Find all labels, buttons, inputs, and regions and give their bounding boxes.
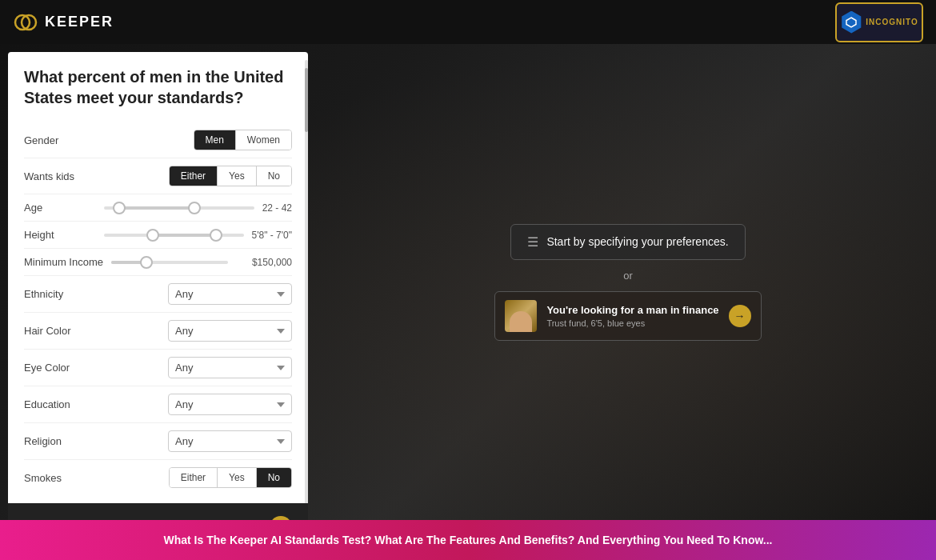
wants-kids-label: Wants kids xyxy=(24,170,96,182)
form-inner: What percent of men in the United States… xyxy=(8,52,308,503)
scrollbar-track[interactable] xyxy=(305,60,308,503)
keeper-logo-icon xyxy=(13,10,38,35)
incognito-text: INCOGNITO xyxy=(866,18,918,26)
age-slider-track[interactable] xyxy=(104,206,254,210)
age-slider-thumb-max[interactable] xyxy=(188,202,201,214)
bottom-banner: What Is The Keeper AI Standards Test? Wh… xyxy=(0,520,936,560)
incognito-badge: INCOGNITO xyxy=(835,2,923,42)
hair-color-label: Hair Color xyxy=(24,325,96,337)
suggestion-arrow-icon: → xyxy=(729,305,751,327)
suggestion-avatar xyxy=(505,300,537,332)
smokes-either-btn[interactable]: Either xyxy=(170,468,217,487)
suggestion-sub: Trust fund, 6'5, blue eyes xyxy=(546,318,718,328)
min-income-value: $150,000 xyxy=(236,257,292,268)
smokes-no-btn[interactable]: No xyxy=(256,468,291,487)
height-slider-thumb-max[interactable] xyxy=(210,229,222,242)
education-select[interactable]: Any xyxy=(168,394,292,415)
eye-color-select[interactable]: Any xyxy=(168,357,292,378)
logo-text: KEEPER xyxy=(45,14,114,30)
gender-row: Gender Men Women xyxy=(24,122,292,158)
age-label: Age xyxy=(24,202,96,214)
header: KEEPER INCOGNITO xyxy=(0,0,936,44)
scrollbar-thumb[interactable] xyxy=(305,68,308,132)
suggestion-text-area: You're looking for a man in finance Trus… xyxy=(546,304,718,328)
gender-toggle[interactable]: Men Women xyxy=(194,130,292,150)
wants-kids-toggle[interactable]: Either Yes No xyxy=(169,166,292,186)
ethnicity-select[interactable]: Any xyxy=(168,283,292,305)
smokes-row: Smokes Either Yes No xyxy=(24,460,292,495)
avatar-face xyxy=(510,311,532,332)
ethnicity-row: Ethnicity Any xyxy=(24,276,292,313)
ethnicity-label: Ethnicity xyxy=(24,288,96,300)
min-income-row: Minimum Income $150,000 xyxy=(24,249,292,276)
wants-kids-yes-btn[interactable]: Yes xyxy=(217,166,256,186)
bottom-banner-text: What Is The Keeper AI Standards Test? Wh… xyxy=(163,534,772,546)
age-value: 22 - 42 xyxy=(262,202,292,214)
or-text: or xyxy=(623,270,633,282)
incognito-inner-icon xyxy=(846,17,857,28)
wants-kids-either-btn[interactable]: Either xyxy=(170,166,217,186)
form-card: What percent of men in the United States… xyxy=(8,52,308,560)
eye-color-row: Eye Color Any xyxy=(24,350,292,386)
svg-marker-2 xyxy=(846,18,856,27)
min-income-slider-thumb[interactable] xyxy=(140,256,153,269)
education-row: Education Any xyxy=(24,386,292,423)
preferences-icon: ☰ xyxy=(527,234,538,250)
gender-men-btn[interactable]: Men xyxy=(194,130,235,150)
height-slider-track[interactable] xyxy=(104,234,244,237)
hair-color-row: Hair Color Any xyxy=(24,313,292,350)
religion-select[interactable]: Any xyxy=(168,430,292,452)
form-title: What percent of men in the United States… xyxy=(24,66,292,108)
education-label: Education xyxy=(24,398,96,410)
suggestion-title: You're looking for a man in finance xyxy=(546,304,718,316)
gender-label: Gender xyxy=(24,134,96,146)
religion-label: Religion xyxy=(24,435,96,447)
age-slider-thumb-min[interactable] xyxy=(113,202,126,214)
preferences-button[interactable]: ☰ Start by specifying your preferences. xyxy=(510,224,745,260)
smokes-toggle[interactable]: Either Yes No xyxy=(169,467,292,488)
age-slider-fill xyxy=(119,206,194,210)
preferences-label: Start by specifying your preferences. xyxy=(546,235,728,248)
eye-color-label: Eye Color xyxy=(24,362,96,374)
smokes-label: Smokes xyxy=(24,472,96,484)
min-income-label: Minimum Income xyxy=(24,256,103,268)
hair-color-select[interactable]: Any xyxy=(168,320,292,342)
height-value: 5'8" - 7'0" xyxy=(252,230,292,241)
logo-area: KEEPER xyxy=(13,10,114,35)
incognito-hex-icon xyxy=(840,11,862,34)
height-slider-thumb-min[interactable] xyxy=(146,229,159,242)
age-row: Age 22 - 42 xyxy=(24,194,292,222)
smokes-yes-btn[interactable]: Yes xyxy=(217,468,256,487)
min-income-slider-track[interactable] xyxy=(111,261,228,264)
height-slider-fill xyxy=(153,234,216,237)
gender-women-btn[interactable]: Women xyxy=(235,130,291,150)
right-panel: ☰ Start by specifying your preferences. … xyxy=(320,44,936,520)
suggestion-card[interactable]: You're looking for a man in finance Trus… xyxy=(494,291,761,341)
religion-row: Religion Any xyxy=(24,423,292,460)
height-row: Height 5'8" - 7'0" xyxy=(24,222,292,249)
wants-kids-no-btn[interactable]: No xyxy=(256,166,291,186)
wants-kids-row: Wants kids Either Yes No xyxy=(24,158,292,194)
height-label: Height xyxy=(24,229,96,241)
